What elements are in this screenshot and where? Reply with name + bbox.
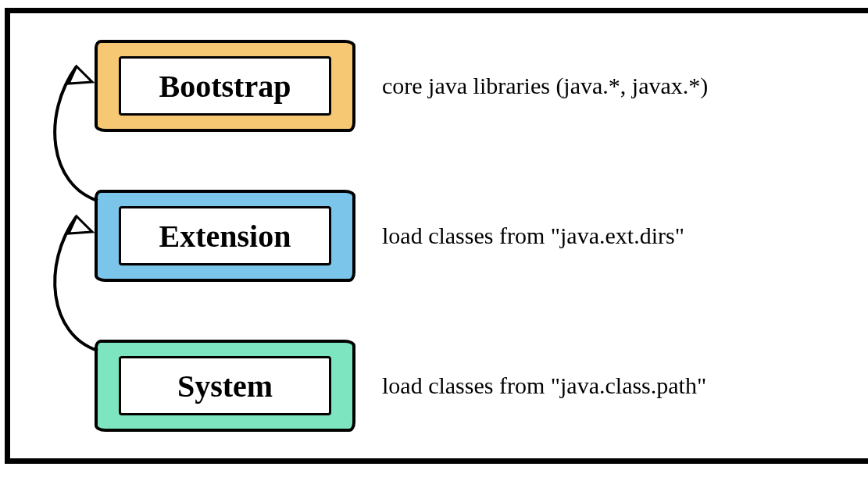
node-extension-description: load classes from "java.ext.dirs" [382,222,684,250]
node-extension-label: Extension [119,206,331,265]
diagram-row-bootstrap: Bootstrap core java libraries (java.*, j… [10,40,868,132]
node-system-label: System [119,356,331,415]
diagram-row-extension: Extension load classes from "java.ext.di… [10,190,868,282]
diagram-slide: Bootstrap core java libraries (java.*, j… [0,0,868,488]
node-bootstrap-description: core java libraries (java.*, javax.*) [382,72,708,100]
node-system: System [95,340,355,432]
diagram-panel: Bootstrap core java libraries (java.*, j… [5,8,868,464]
node-system-description: load classes from "java.class.path" [382,372,706,400]
node-extension: Extension [95,190,355,282]
node-bootstrap-label: Bootstrap [119,56,331,116]
node-bootstrap: Bootstrap [95,40,355,132]
diagram-row-system: System load classes from "java.class.pat… [10,340,868,432]
